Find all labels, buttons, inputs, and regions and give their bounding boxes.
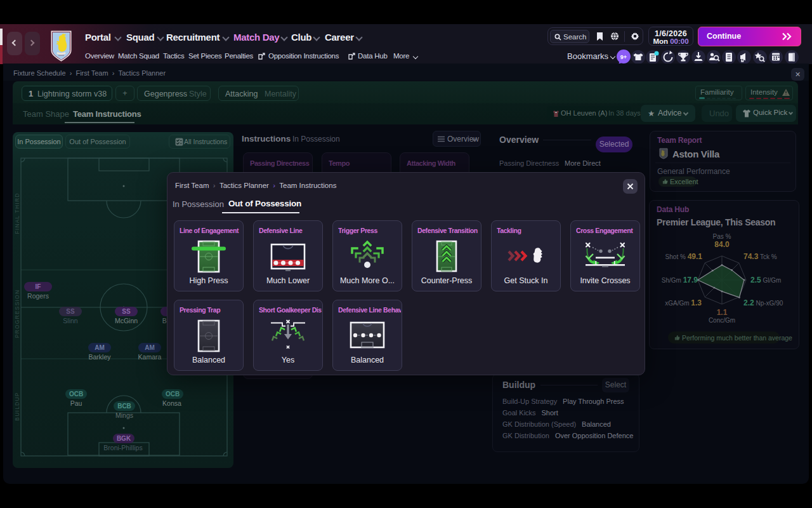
svg-text:9+: 9+	[620, 54, 627, 60]
